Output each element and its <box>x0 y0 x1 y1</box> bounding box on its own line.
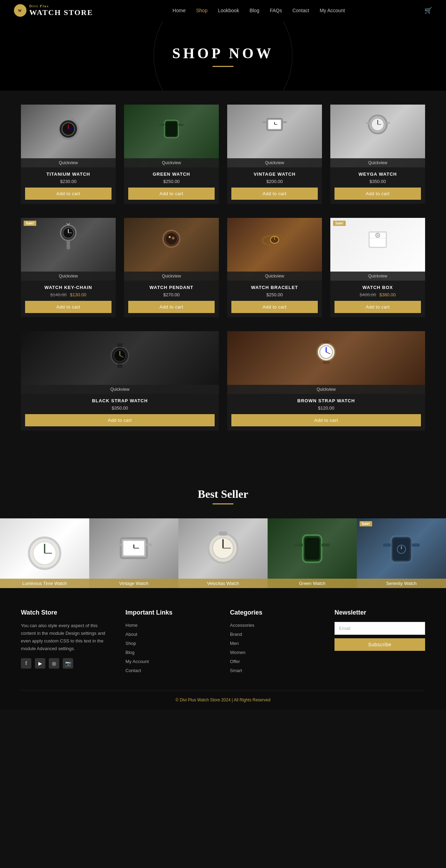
product-name-titanium: TITANIUM WATCH <box>25 172 112 177</box>
add-to-cart-box[interactable]: Add to cart <box>334 301 421 313</box>
add-to-cart-titanium[interactable]: Add to cart <box>25 188 112 200</box>
bestseller-caption-luminous: Luminous Time Watch <box>0 579 89 588</box>
footer-cat-smart[interactable]: Smart <box>230 668 242 673</box>
social-facebook[interactable]: f <box>21 658 31 669</box>
product-card-black-strap[interactable]: Quickview BLACK STRAP WATCH $350.00 Add … <box>21 331 219 431</box>
svg-rect-69 <box>305 538 320 560</box>
footer-cat-women[interactable]: Women <box>230 650 246 655</box>
add-to-cart-vintage[interactable]: Add to cart <box>231 188 318 200</box>
product-card-bracelet[interactable]: Quickview WATCH BRACELET $250.00 Add to … <box>227 218 322 317</box>
product-price-weyga: $350.00 <box>334 179 421 184</box>
footer-link-home[interactable]: Home <box>125 623 138 628</box>
svg-rect-70 <box>294 543 303 547</box>
product-info-bracelet: WATCH BRACELET $250.00 Add to cart <box>227 281 322 317</box>
quickview-button-bracelet[interactable]: Quickview <box>227 272 322 281</box>
brown-strap-illustration <box>312 338 340 366</box>
nav-faqs[interactable]: FAQs <box>270 8 282 13</box>
add-to-cart-keychain[interactable]: Add to cart <box>25 301 112 313</box>
footer-link-blog[interactable]: Blog <box>125 650 134 655</box>
footer-cat-brand[interactable]: Brand <box>230 632 242 637</box>
product-card-green[interactable]: Quickview GREEN WATCH $250.00 Add to car… <box>124 105 219 204</box>
product-name-vintage: VINTAGE WATCH <box>231 172 318 177</box>
product-info-weyga: WEYGA WATCH $350.00 Add to cart <box>330 167 425 204</box>
product-card-box[interactable]: Sale! Quickview WATCH BOX $400.00 $380.0… <box>330 218 425 317</box>
product-image-bracelet: Quickview <box>227 218 322 281</box>
add-to-cart-pendant[interactable]: Add to cart <box>128 301 215 313</box>
product-card-keychain[interactable]: Sale! Quickview WATCH KEY-CHAIN $140.00 … <box>21 218 116 317</box>
subscribe-button[interactable]: Subscribe <box>334 638 425 651</box>
svg-rect-5 <box>71 118 74 121</box>
footer-links: Important Links Home About Shop Blog My … <box>125 609 216 676</box>
quickview-button-box[interactable]: Quickview <box>330 272 425 281</box>
product-info-keychain: WATCH KEY-CHAIN $140.00 $130.00 Add to c… <box>21 281 116 317</box>
bestseller-luminous[interactable]: Luminous Time Watch <box>0 518 89 588</box>
product-name-keychain: WATCH KEY-CHAIN <box>25 285 112 290</box>
svg-rect-7 <box>166 122 177 136</box>
bestseller-velocitas[interactable]: Velocitas Watch <box>178 518 268 588</box>
footer-cat-offer[interactable]: Offer <box>230 659 240 664</box>
footer-cat-men[interactable]: Men <box>230 641 239 646</box>
hero-section: SHOP NOW <box>0 21 446 91</box>
product-info-pendant: WATCH PENDANT $270.00 Add to cart <box>124 281 219 317</box>
product-info-vintage: VINTAGE WATCH $200.00 Add to cart <box>227 167 322 204</box>
svg-rect-4 <box>63 118 66 121</box>
quickview-button-keychain[interactable]: Quickview <box>21 272 116 281</box>
nav-shop[interactable]: Shop <box>196 8 208 13</box>
product-name-pendant: WATCH PENDANT <box>128 285 215 290</box>
quickview-button-pendant[interactable]: Quickview <box>124 272 219 281</box>
quickview-button-weyga[interactable]: Quickview <box>330 158 425 167</box>
nav-home[interactable]: Home <box>172 8 185 13</box>
product-image-box: Sale! Quickview <box>330 218 425 281</box>
product-card-vintage[interactable]: Quickview VINTAGE WATCH $200.00 Add to c… <box>227 105 322 204</box>
add-to-cart-green[interactable]: Add to cart <box>128 188 215 200</box>
product-image-titanium: Quickview <box>21 105 116 167</box>
quickview-button-green[interactable]: Quickview <box>124 158 219 167</box>
logo[interactable]: W Divi Plus WATCH STORE <box>14 4 93 17</box>
luminous-watch-icon <box>24 532 66 574</box>
nav-blog[interactable]: Blog <box>249 8 259 13</box>
svg-rect-9 <box>178 124 184 126</box>
velocitas-watch-icon <box>202 529 244 571</box>
bestseller-serenity[interactable]: Sale! Serenity Watch <box>357 518 446 588</box>
product-card-pendant[interactable]: Quickview WATCH PENDANT $270.00 Add to c… <box>124 218 219 317</box>
product-card-brown-strap[interactable]: Quickview BROWN STRAP WATCH $120.00 Add … <box>227 331 425 431</box>
serenity-watch-icon <box>380 529 422 571</box>
vintage-watch-bs-icon <box>113 529 155 571</box>
svg-point-31 <box>169 236 171 238</box>
bestseller-caption-vintage: Vintage Watch <box>89 579 178 588</box>
footer-link-contact[interactable]: Contact <box>125 668 141 673</box>
footer-link-myaccount[interactable]: My Account <box>125 659 149 664</box>
product-image-vintage: Quickview <box>227 105 322 167</box>
product-info-titanium: TITANIUM WATCH $230.00 Add to cart <box>21 167 116 204</box>
add-to-cart-weyga[interactable]: Add to cart <box>334 188 421 200</box>
nav-contact[interactable]: Contact <box>292 8 309 13</box>
svg-point-32 <box>172 237 175 239</box>
cart-icon[interactable]: 🛒 <box>424 7 432 14</box>
add-to-cart-black-strap[interactable]: Add to cart <box>25 414 215 426</box>
social-whatsapp[interactable]: ◎ <box>49 658 59 669</box>
social-youtube[interactable]: ▶ <box>35 658 45 669</box>
quickview-button-titanium[interactable]: Quickview <box>21 158 116 167</box>
product-card-weyga[interactable]: Quickview WEYGA WATCH $350.00 Add to car… <box>330 105 425 204</box>
add-to-cart-bracelet[interactable]: Add to cart <box>231 301 318 313</box>
newsletter-email-input[interactable] <box>334 622 425 635</box>
product-info-black-strap: BLACK STRAP WATCH $350.00 Add to cart <box>21 394 219 431</box>
quickview-button-vintage[interactable]: Quickview <box>227 158 322 167</box>
products-row-3: Quickview BLACK STRAP WATCH $350.00 Add … <box>21 331 425 439</box>
bestseller-green[interactable]: Green Watch <box>268 518 357 588</box>
nav-myaccount[interactable]: My Account <box>320 8 345 13</box>
svg-rect-52 <box>323 361 330 364</box>
product-price-titanium: $230.00 <box>25 179 112 184</box>
product-card-titanium[interactable]: Quickview TITANIUM WATCH $230.00 Add to … <box>21 105 116 204</box>
nav-lookbook[interactable]: Lookbook <box>218 8 239 13</box>
bestseller-grid: Luminous Time Watch Vintage Watch <box>0 518 446 588</box>
bestseller-vintage[interactable]: Vintage Watch <box>89 518 178 588</box>
add-to-cart-brown-strap[interactable]: Add to cart <box>231 414 421 426</box>
footer-cat-accessories[interactable]: Accessories <box>230 623 254 628</box>
quickview-button-brown-strap[interactable]: Quickview <box>227 385 425 394</box>
footer-link-shop[interactable]: Shop <box>125 641 136 646</box>
quickview-button-black-strap[interactable]: Quickview <box>21 385 219 394</box>
svg-rect-45 <box>117 343 123 347</box>
footer-link-about[interactable]: About <box>125 632 137 637</box>
social-instagram[interactable]: 📷 <box>63 658 73 669</box>
